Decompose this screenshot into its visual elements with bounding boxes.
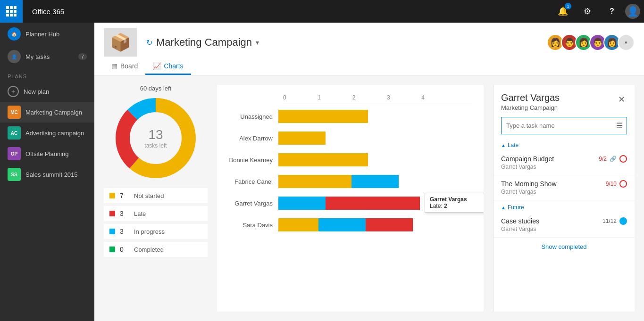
- bar-segment-yellow-alex: [278, 132, 326, 145]
- show-completed-button[interactable]: Show completed: [493, 238, 635, 256]
- new-plan-label: New plan: [24, 88, 49, 95]
- tab-charts[interactable]: 📈 Charts: [145, 58, 191, 75]
- help-icon: ?: [610, 7, 614, 16]
- task-name-input[interactable]: [502, 118, 612, 133]
- legend-label-in-progress: In progress: [134, 228, 165, 235]
- sidebar-item-marketing-campaign[interactable]: MC Marketing Campaign: [0, 102, 94, 123]
- main-content: 📦 ↻ Marketing Campaign ▾ 👩 👨 👩 👨 👩 ▾: [94, 23, 644, 321]
- bar-row-alex-darrow: Alex Darrow: [226, 132, 474, 145]
- marketing-campaign-label: Marketing Campaign: [25, 109, 82, 116]
- bar-label-alex-darrow: Alex Darrow: [226, 135, 278, 142]
- help-button[interactable]: ?: [601, 0, 623, 23]
- tab-board[interactable]: ▦ Board: [104, 58, 145, 75]
- charts-icon: 📈: [153, 62, 161, 70]
- project-info: ↻ Marketing Campaign ▾: [146, 36, 259, 49]
- bar-track-garret-vargas: Garret Vargas Late: 2: [278, 197, 474, 210]
- advertising-campaign-label: Advertising campaign: [25, 130, 84, 137]
- board-icon: ▦: [111, 62, 117, 70]
- user-avatar-top[interactable]: 👤: [625, 4, 640, 19]
- legend-count-in-progress: 3: [120, 228, 129, 235]
- task-name-case-studies[interactable]: Case studies: [501, 217, 599, 225]
- axis-label-0: 0: [283, 94, 286, 101]
- main-layout: 🏠 Planner Hub 👤 My tasks 7 Plans + New p…: [0, 23, 644, 321]
- future-section-label: Future: [508, 204, 524, 211]
- donut-center: 13 tasks left: [144, 127, 167, 149]
- right-panel: Garret Vargas Marketing Campaign ✕ ☰ ▲ L…: [493, 85, 635, 312]
- bar-label-garret-vargas: Garret Vargas: [226, 200, 278, 207]
- legend-item-completed: 0 Completed: [104, 242, 208, 257]
- task-meta-campaign-budget: 9/2 🔗: [599, 155, 627, 163]
- tab-board-label: Board: [120, 62, 138, 70]
- legend-item-not-started: 7 Not started: [104, 188, 208, 203]
- bar-segment-blue-garret: [278, 197, 326, 210]
- donut-label: tasks left: [144, 142, 167, 149]
- bar-label-bonnie-kearney: Bonnie Kearney: [226, 156, 278, 164]
- donut-number: 13: [144, 127, 167, 142]
- bar-segment-yellow-sara: [278, 218, 318, 231]
- task-count-case-studies: 11/12: [602, 218, 617, 224]
- task-count-morning-show: 9/10: [606, 181, 617, 187]
- project-dropdown-arrow[interactable]: ▾: [256, 39, 259, 46]
- section-header-late[interactable]: ▲ Late: [493, 138, 635, 150]
- offsite-planning-label: Offsite Planning: [25, 150, 69, 157]
- sidebar-item-planner-hub[interactable]: 🏠 Planner Hub: [0, 23, 94, 45]
- bar-label-sara-davis: Sara Davis: [226, 222, 278, 229]
- bar-track-sara-davis: [278, 218, 474, 231]
- bar-segment-yellow-bonnie: [278, 153, 368, 166]
- task-count-campaign-budget: 9/2: [599, 156, 607, 162]
- my-tasks-icon: 👤: [8, 50, 21, 63]
- task-circle-case-studies[interactable]: [619, 217, 627, 225]
- close-panel-button[interactable]: ✕: [616, 92, 627, 107]
- notification-badge: 1: [565, 3, 571, 9]
- task-item-morning-show: The Morning Show Garret Vargas 9/10: [493, 175, 635, 200]
- legend-count-completed: 0: [120, 246, 129, 253]
- new-plan-button[interactable]: + New plan: [0, 81, 94, 102]
- plans-header: Plans: [0, 68, 94, 81]
- member-more-button[interactable]: ▾: [618, 34, 635, 51]
- bar-track-alex-darrow: [278, 132, 474, 145]
- app-grid-button[interactable]: [0, 0, 23, 23]
- late-section-label: Late: [508, 142, 519, 148]
- charts-content: 60 days left 13 tasks left: [94, 75, 644, 321]
- right-panel-person-info: Garret Vargas Marketing Campaign: [501, 92, 560, 111]
- task-info-morning-show: The Morning Show Garret Vargas: [501, 180, 602, 195]
- sidebar-item-sales-summit[interactable]: SS Sales summit 2015: [0, 164, 94, 185]
- planner-hub-icon: 🏠: [8, 27, 21, 41]
- task-name-morning-show[interactable]: The Morning Show: [501, 180, 602, 188]
- bar-row-garret-vargas: Garret Vargas Garret Vargas Late: 2: [226, 197, 474, 210]
- notification-button[interactable]: 🔔 1: [552, 0, 574, 23]
- axis-label-4: 4: [421, 94, 425, 101]
- sidebar-item-my-tasks[interactable]: 👤 My tasks 7: [0, 45, 94, 68]
- my-tasks-badge: 7: [78, 53, 87, 60]
- task-circle-campaign-budget[interactable]: [619, 155, 627, 163]
- task-meta-morning-show: 9/10: [606, 180, 627, 188]
- bar-segment-yellow: [278, 110, 368, 123]
- project-title: Marketing Campaign: [156, 36, 252, 49]
- task-circle-morning-show[interactable]: [619, 180, 627, 188]
- member-avatars: 👩 👨 👩 👨 👩 ▾: [547, 34, 635, 51]
- task-assignee-morning-show: Garret Vargas: [501, 189, 602, 195]
- task-info-case-studies: Case studies Garret Vargas: [501, 217, 599, 232]
- top-nav-right: 🔔 1 ⚙ ? 👤: [552, 0, 644, 23]
- planner-hub-label: Planner Hub: [25, 31, 87, 38]
- bar-label-unassigned: Unassigned: [226, 113, 278, 120]
- axis-line: [283, 104, 472, 104]
- sidebar: 🏠 Planner Hub 👤 My tasks 7 Plans + New p…: [0, 23, 94, 321]
- task-name-campaign-budget[interactable]: Campaign Budget: [501, 155, 595, 163]
- section-header-future[interactable]: ▲ Future: [493, 200, 635, 213]
- bar-segment-blue-sara: [318, 218, 366, 231]
- tooltip-person-name: Garret Vargas: [430, 196, 481, 203]
- bar-tooltip-garret: Garret Vargas Late: 2: [425, 193, 484, 213]
- axis-label-2: 2: [352, 94, 356, 101]
- sidebar-item-advertising-campaign[interactable]: AC Advertising campaign: [0, 123, 94, 143]
- my-tasks-label: My tasks: [25, 53, 74, 60]
- right-panel-header: Garret Vargas Marketing Campaign ✕: [493, 85, 635, 111]
- task-input-row: ☰: [501, 117, 627, 134]
- grid-icon: [6, 6, 17, 16]
- task-assignee-case-studies: Garret Vargas: [501, 226, 599, 232]
- task-list-icon[interactable]: ☰: [612, 117, 627, 134]
- bar-row-fabrice-canel: Fabrice Canel: [226, 175, 474, 188]
- sidebar-item-offsite-planning[interactable]: OP Offsite Planning: [0, 143, 94, 164]
- settings-button[interactable]: ⚙: [576, 0, 599, 23]
- legend-label-not-started: Not started: [134, 192, 164, 199]
